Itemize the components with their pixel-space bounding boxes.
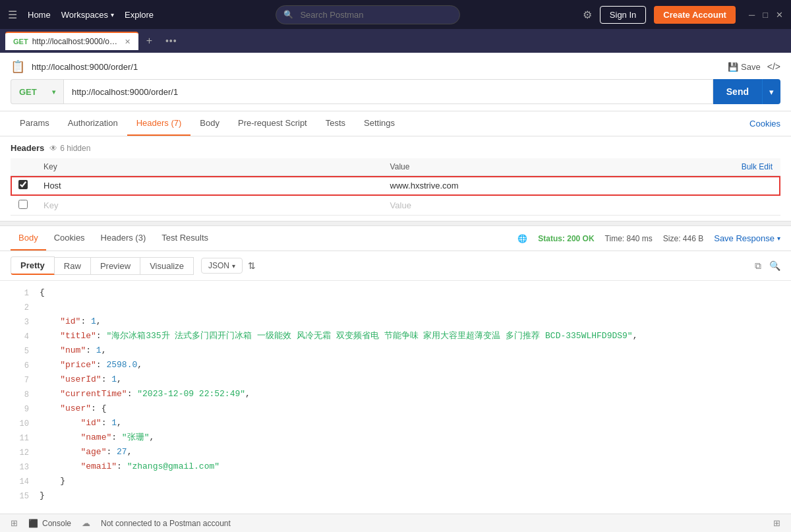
tab-tests[interactable]: Tests: [316, 111, 355, 136]
resp-tab-headers[interactable]: Headers (3): [93, 226, 154, 251]
new-tab-button[interactable]: +: [141, 35, 158, 47]
fmt-tab-preview[interactable]: Preview: [90, 257, 140, 275]
close-icon[interactable]: ✕: [776, 10, 783, 20]
tab-url: http://localhost:9000/or...: [32, 37, 118, 46]
list-item: 13 "email": "zhangs@gmail.com": [0, 460, 791, 475]
tab-method: GET: [13, 38, 28, 45]
maximize-icon[interactable]: □: [763, 10, 768, 20]
headers-table: Key Value Bulk Edit Host www.hxstrive.co…: [11, 158, 780, 216]
search-icon[interactable]: 🔍: [769, 260, 780, 272]
method-chevron-icon: ▾: [52, 88, 55, 96]
status-size: Size: 446 B: [663, 234, 703, 243]
nav-explore[interactable]: Explore: [125, 10, 154, 20]
tab-body[interactable]: Body: [190, 111, 229, 136]
terminal-icon: ⬛: [28, 519, 38, 528]
layout-icon[interactable]: ⊞: [773, 518, 780, 528]
status-time: Time: 840 ms: [605, 234, 653, 243]
top-nav: ☰ Home Workspaces ▾ Explore 🔍 ⚙ Sign In …: [0, 0, 791, 29]
format-select[interactable]: JSON ▾: [201, 258, 243, 274]
copy-icon[interactable]: ⧉: [755, 260, 761, 272]
headers-section: Headers 👁 6 hidden Key Value Bulk Edit H…: [0, 136, 791, 216]
table-row: Host www.hxstrive.com: [11, 176, 780, 196]
code-icon[interactable]: </>: [767, 61, 780, 72]
search-icon: 🔍: [283, 10, 293, 19]
request-area: 📋 http://localhost:9000/order/1 💾 Save <…: [0, 53, 791, 111]
request-url-bar: 📋 http://localhost:9000/order/1 💾 Save <…: [11, 59, 780, 74]
row1-key-cell[interactable]: Host: [36, 176, 382, 196]
request-title-url: http://localhost:9000/order/1: [32, 62, 721, 72]
row2-checkbox[interactable]: [18, 200, 28, 209]
nav-home[interactable]: Home: [28, 10, 51, 20]
active-tab[interactable]: GET http://localhost:9000/or... ✕: [5, 32, 138, 50]
tab-settings[interactable]: Settings: [355, 111, 404, 136]
tab-params[interactable]: Params: [11, 111, 59, 136]
minimize-icon[interactable]: ─: [749, 10, 755, 20]
tab-prerequest[interactable]: Pre-request Script: [229, 111, 316, 136]
format-right-icons: ⧉ 🔍: [755, 260, 780, 272]
row2-checkbox-cell: [11, 196, 36, 216]
row2-value-cell[interactable]: Value: [382, 196, 638, 216]
settings-icon[interactable]: ⚙: [583, 9, 592, 21]
list-item: 3 "id": 1,: [0, 315, 791, 330]
status-right-icons: ⊞: [773, 518, 780, 528]
list-item: 7 "userId": 1,: [0, 373, 791, 388]
cookies-link[interactable]: Cookies: [749, 119, 780, 129]
filter-icon[interactable]: ⇅: [248, 260, 256, 271]
status-ok: Status: 200 OK: [538, 234, 594, 243]
col-value: Value: [382, 158, 638, 176]
bookmark-icon: 📋: [11, 59, 25, 74]
list-item: 4 "title": "海尔冰箱335升 法式多门四开门冰箱 一级能效 风冷无霜…: [0, 330, 791, 344]
save-button[interactable]: 💾 Save: [728, 62, 761, 72]
resp-tab-test-results[interactable]: Test Results: [154, 226, 216, 251]
chevron-down-icon: ▾: [777, 235, 780, 242]
send-button[interactable]: Send: [713, 79, 762, 104]
response-tabs-bar: Body Cookies Headers (3) Test Results 🌐 …: [0, 226, 791, 251]
status-bar: ⊞ ⬛ Console ☁ Not connected to a Postman…: [0, 514, 791, 532]
signin-button[interactable]: Sign In: [600, 6, 646, 24]
nav-search-area: 🔍: [164, 5, 572, 24]
list-item: 1{: [0, 286, 791, 301]
url-input[interactable]: [63, 79, 713, 104]
expand-icon[interactable]: ⊞: [11, 518, 18, 528]
resp-tab-cookies[interactable]: Cookies: [46, 226, 93, 251]
search-input[interactable]: [276, 5, 460, 24]
save-response-button[interactable]: Save Response ▾: [714, 233, 780, 243]
row1-checkbox[interactable]: [18, 180, 28, 189]
bulk-edit-button[interactable]: Bulk Edit: [638, 158, 780, 176]
headers-hidden-toggle[interactable]: 👁 6 hidden: [49, 144, 90, 153]
format-tabs: Pretty Raw Preview Visualize JSON ▾ ⇅ ⧉ …: [0, 251, 791, 281]
list-item: 10 "id": 1,: [0, 417, 791, 431]
fmt-tab-pretty[interactable]: Pretty: [11, 256, 55, 275]
nav-right: ⚙ Sign In Create Account ─ □ ✕: [583, 6, 783, 24]
tab-bar: GET http://localhost:9000/or... ✕ + •••: [0, 29, 791, 53]
fmt-tab-visualize[interactable]: Visualize: [140, 257, 194, 275]
eye-icon: 👁: [49, 144, 57, 153]
more-tabs-button[interactable]: •••: [160, 36, 183, 46]
row1-checkbox-cell: [11, 176, 36, 196]
method-select[interactable]: GET ▾: [11, 79, 63, 104]
list-item: 11 "name": "张珊",: [0, 431, 791, 446]
list-item: 6 "price": 2598.0,: [0, 359, 791, 373]
row1-value-cell[interactable]: www.hxstrive.com: [382, 176, 638, 196]
chevron-down-icon: ▾: [111, 11, 114, 18]
col-key: Key: [36, 158, 382, 176]
request-input-row: GET ▾ Send ▾: [11, 79, 780, 104]
tab-close-icon[interactable]: ✕: [125, 38, 131, 46]
nav-workspaces[interactable]: Workspaces ▾: [61, 10, 114, 20]
list-item: 15}: [0, 489, 791, 504]
account-status: Not connected to a Postman account: [101, 519, 231, 528]
resp-tab-body[interactable]: Body: [11, 226, 46, 251]
tab-authorization[interactable]: Authorization: [59, 111, 127, 136]
send-arrow-button[interactable]: ▾: [762, 79, 780, 104]
row2-key-cell[interactable]: Key: [36, 196, 382, 216]
code-area: 1{ 2 3 "id": 1, 4 "title": "海尔冰箱335升 法式多…: [0, 281, 791, 514]
list-item: 5 "num": 1,: [0, 344, 791, 359]
response-status-area: 🌐 Status: 200 OK Time: 840 ms Size: 446 …: [517, 233, 780, 243]
create-account-button[interactable]: Create Account: [654, 6, 736, 24]
list-item: 2: [0, 301, 791, 315]
fmt-tab-raw[interactable]: Raw: [54, 257, 91, 275]
hamburger-icon[interactable]: ☰: [8, 9, 17, 21]
console-button[interactable]: ⬛ Console: [28, 519, 71, 528]
section-divider: [0, 221, 791, 226]
tab-headers[interactable]: Headers (7): [127, 111, 191, 136]
